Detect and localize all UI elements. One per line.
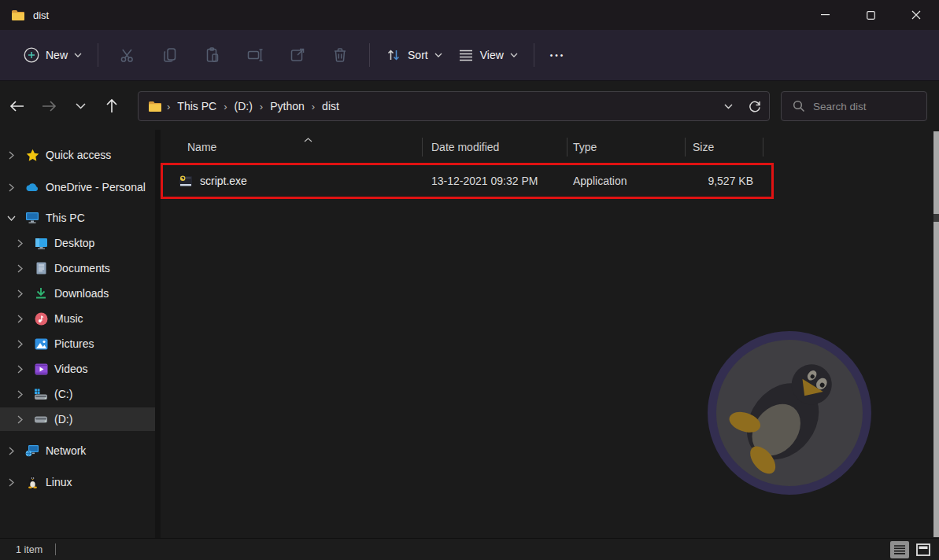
toolbar-separator xyxy=(98,43,98,67)
sidebar-item-quick-access[interactable]: Quick access xyxy=(0,143,155,167)
details-view-button[interactable] xyxy=(890,541,909,558)
file-list-pane: Name Date modified Type Size xyxy=(161,130,939,538)
breadcrumb-python[interactable]: Python xyxy=(264,97,310,116)
sort-button[interactable]: Sort xyxy=(378,41,450,69)
breadcrumb-drive-d[interactable]: (D:) xyxy=(228,97,257,116)
chevron-right-icon[interactable] xyxy=(6,447,16,455)
window-controls xyxy=(802,0,939,30)
computer-icon xyxy=(25,212,39,224)
file-date-cell: 13-12-2021 09:32 PM xyxy=(423,164,567,197)
column-header-name[interactable]: Name xyxy=(162,134,423,160)
close-button[interactable] xyxy=(893,0,939,30)
status-separator xyxy=(55,543,56,555)
minimize-button[interactable] xyxy=(802,0,848,30)
view-button[interactable]: View xyxy=(450,42,526,68)
share-button[interactable] xyxy=(283,41,312,69)
breadcrumb-separator: › xyxy=(310,101,316,112)
desktop-icon xyxy=(34,238,48,249)
chevron-right-icon[interactable] xyxy=(15,289,24,298)
sidebar-item-linux[interactable]: Linux xyxy=(0,470,155,494)
sidebar-item-drive-c[interactable]: (C:) xyxy=(0,382,155,406)
navigation-bar: › This PC › (D:) › Python › dist xyxy=(0,82,939,130)
sidebar-item-desktop[interactable]: Desktop xyxy=(0,231,155,255)
explorer-body: Quick access OneDrive - Personal This PC… xyxy=(0,130,939,538)
chevron-right-icon[interactable] xyxy=(15,340,24,348)
chevron-right-icon[interactable] xyxy=(15,415,24,424)
view-button-label: View xyxy=(480,49,504,61)
tux-watermark xyxy=(708,331,871,495)
folder-icon xyxy=(11,9,25,21)
sidebar-item-pictures[interactable]: Pictures xyxy=(0,332,155,356)
sidebar-item-this-pc[interactable]: This PC xyxy=(0,206,155,230)
back-button[interactable] xyxy=(3,92,31,120)
chevron-right-icon[interactable] xyxy=(15,390,24,399)
pane-divider[interactable] xyxy=(155,130,161,538)
sort-ascending-icon xyxy=(304,132,312,145)
search-input[interactable] xyxy=(813,101,915,112)
folder-icon xyxy=(148,101,162,112)
up-button[interactable] xyxy=(98,92,126,120)
chevron-down-icon[interactable] xyxy=(6,216,16,221)
address-bar[interactable]: › This PC › (D:) › Python › dist xyxy=(138,91,770,121)
chevron-down-icon xyxy=(74,53,82,57)
sidebar-item-music[interactable]: Music xyxy=(0,307,155,330)
large-icons-view-button[interactable] xyxy=(914,541,933,558)
ellipsis-icon: ••• xyxy=(550,51,566,60)
maximize-button[interactable] xyxy=(848,0,893,30)
chevron-right-icon[interactable] xyxy=(15,365,24,374)
chevron-right-icon[interactable] xyxy=(15,315,24,323)
sidebar-item-downloads[interactable]: Downloads xyxy=(0,282,155,305)
arrow-right-icon xyxy=(41,100,57,112)
share-icon xyxy=(288,46,307,64)
chevron-right-icon[interactable] xyxy=(15,239,24,248)
file-row-script-exe[interactable]: script.exe 13-12-2021 09:32 PM Applicati… xyxy=(162,164,774,197)
vertical-scrollbar[interactable] xyxy=(933,131,939,537)
paste-button[interactable] xyxy=(198,41,227,69)
cut-button[interactable] xyxy=(113,41,142,69)
column-header-date-modified[interactable]: Date modified xyxy=(423,134,567,160)
new-button[interactable]: New xyxy=(16,41,90,69)
sidebar-item-onedrive[interactable]: OneDrive - Personal xyxy=(0,175,155,199)
star-icon xyxy=(25,149,39,162)
forward-button[interactable] xyxy=(35,92,63,120)
exe-file-icon xyxy=(179,175,193,188)
titlebar: dist xyxy=(0,0,939,30)
breadcrumb-dist[interactable]: dist xyxy=(316,97,345,116)
sidebar-item-network[interactable]: Network xyxy=(0,439,155,462)
chevron-right-icon[interactable] xyxy=(15,264,24,273)
chevron-right-icon[interactable] xyxy=(6,478,16,487)
chevron-right-icon[interactable] xyxy=(6,151,16,160)
address-dropdown-button[interactable] xyxy=(719,97,738,116)
column-header-type[interactable]: Type xyxy=(567,134,686,160)
column-separator[interactable] xyxy=(763,138,763,157)
refresh-button[interactable] xyxy=(745,97,764,116)
copy-button[interactable] xyxy=(156,41,184,69)
chevron-down-icon xyxy=(76,103,86,109)
drive-icon xyxy=(34,416,48,423)
search-icon xyxy=(793,100,805,112)
rename-button[interactable] xyxy=(241,41,269,69)
file-name: script.exe xyxy=(200,175,247,187)
breadcrumb-this-pc[interactable]: This PC xyxy=(172,97,222,116)
trash-icon xyxy=(331,46,349,64)
column-header-size[interactable]: Size xyxy=(686,134,763,160)
sidebar-item-videos[interactable]: Videos xyxy=(0,357,155,381)
breadcrumb-separator: › xyxy=(222,101,228,112)
rename-icon xyxy=(246,46,264,64)
new-button-label: New xyxy=(46,49,68,61)
arrow-left-icon xyxy=(9,100,25,112)
sort-icon xyxy=(386,47,401,63)
chevron-right-icon[interactable] xyxy=(6,183,16,192)
toolbar-separator xyxy=(369,43,370,67)
network-icon xyxy=(25,444,39,457)
document-icon xyxy=(34,262,48,274)
sidebar-item-drive-d[interactable]: (D:) xyxy=(0,407,155,431)
view-toggles xyxy=(890,541,933,558)
delete-button[interactable] xyxy=(326,41,354,69)
more-options-button[interactable]: ••• xyxy=(542,45,574,66)
sidebar-item-documents[interactable]: Documents xyxy=(0,256,155,280)
breadcrumb-separator: › xyxy=(165,101,172,112)
cloud-icon xyxy=(25,182,39,192)
chevron-down-icon xyxy=(724,104,733,109)
recent-locations-button[interactable] xyxy=(66,92,94,120)
